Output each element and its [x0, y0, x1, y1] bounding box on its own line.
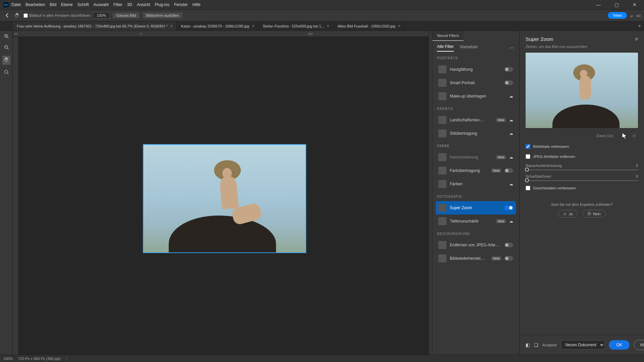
close-tab-icon[interactable]: × [398, 24, 400, 28]
filter-toggle[interactable] [504, 243, 513, 247]
remove-jpeg-checkbox[interactable]: JPEG-Artefakte entfernen [520, 152, 644, 162]
download-icon[interactable]: ☁ [509, 94, 513, 99]
download-icon[interactable]: ☁ [509, 131, 513, 136]
download-icon[interactable]: ☁ [509, 182, 513, 186]
filter-label: Entfernen von JPEG-Arte… [450, 243, 501, 247]
zoom-in-icon[interactable] [4, 34, 9, 40]
share-button[interactable]: Teilen [608, 12, 627, 19]
filter-label: Super Zoom [450, 205, 501, 210]
zoom-out-icon[interactable] [4, 45, 9, 51]
document-tab[interactable]: Stefan Passfoto - 525x699.jpg bei 1...× [259, 22, 333, 31]
menu-ansicht[interactable]: Ansicht [137, 2, 150, 7]
filter-thumb [438, 167, 446, 175]
compare-icon[interactable]: ◧ [526, 342, 530, 348]
filter-harmonization[interactable]: HarmonisierungBeta☁ [436, 150, 516, 164]
menu-fenster[interactable]: Fenster [174, 2, 188, 7]
ok-button[interactable]: OK [609, 340, 629, 350]
zoom-level-field[interactable]: 100% [93, 12, 110, 18]
zoom-tool-button[interactable] [4, 69, 9, 76]
download-icon[interactable]: ☁ [509, 155, 513, 160]
menu-bearbeiten[interactable]: Bearbeiten [25, 2, 45, 7]
filter-color-transfer[interactable]: FarbübertragungBeta [436, 164, 516, 177]
fit-image-button[interactable]: Ganzes Bild [112, 12, 140, 19]
sharpen-slider[interactable]: Scharfzeichnen0 [520, 172, 644, 183]
filter-photo-restoration[interactable]: Bildwiederherstel…Beta [436, 252, 516, 265]
panel-title: Super Zoom [526, 36, 553, 42]
hand-tool-button[interactable] [2, 56, 10, 65]
zoom-out-button[interactable]: ⊖ [631, 132, 638, 139]
enhance-detail-checkbox[interactable]: Bilddetails verbessern [520, 141, 644, 152]
filter-toggle[interactable] [504, 168, 513, 173]
status-zoom[interactable]: 100% [3, 357, 13, 361]
filter-thumb [438, 129, 446, 137]
tab-waitlist[interactable]: Warteliste [460, 45, 478, 51]
status-menu-icon[interactable]: › [66, 357, 67, 361]
collapsed-right-panels[interactable] [429, 31, 432, 355]
enhance-face-checkbox[interactable]: Gesichtsdaten verbessern [520, 183, 644, 193]
document-tab[interactable]: Katze - pixabay 3336579 - 1066x1280.jpg× [177, 22, 259, 31]
filter-super-zoom[interactable]: Super Zoom [436, 201, 516, 215]
menu-bild[interactable]: Bild [50, 2, 56, 7]
scroll-all-windows-checkbox[interactable]: Bildlauf in allen Fenstern durchführen [23, 13, 90, 18]
feedback-yes-button[interactable]: ☺Ja [558, 210, 578, 218]
panel-menu-icon[interactable]: ⋯ [510, 46, 515, 50]
ruler-tick: 600 [308, 32, 313, 36]
horizontal-ruler: 50 0 600 [13, 31, 429, 37]
close-tab-icon[interactable]: × [252, 24, 254, 28]
canvas-stage[interactable] [19, 37, 429, 355]
filter-landscape-mixer[interactable]: Landschaftsmisc…Beta☁ [436, 113, 516, 127]
menu-datei[interactable]: Datei [11, 2, 21, 7]
reset-icon[interactable]: ↺ [635, 37, 638, 42]
beta-badge: Beta [491, 256, 501, 260]
filter-makeup-transfer[interactable]: Make-up übertragen☁ [436, 89, 516, 103]
home-back-button[interactable] [3, 12, 11, 19]
filter-thumb [438, 180, 446, 188]
menu-ebene[interactable]: Ebene [61, 2, 73, 7]
document-tab[interactable]: Frau sehr kleine Auflösung - pixabay 186… [13, 22, 177, 31]
filter-toggle[interactable] [504, 67, 513, 72]
filter-style-transfer[interactable]: Stilübertragung☁ [436, 127, 516, 140]
download-icon[interactable]: ☁ [509, 118, 513, 122]
filter-depth-blur[interactable]: TiefenunschärfeBeta☁ [436, 215, 516, 228]
status-doc-info[interactable]: 720 Px x 480 Px (300 ppi) [18, 357, 61, 361]
menu-plugins[interactable]: Plug-ins [155, 2, 169, 7]
search-icon[interactable]: ⌕ [630, 13, 633, 18]
tabs-overflow-icon[interactable]: » [638, 23, 641, 28]
filter-toggle[interactable] [504, 205, 513, 210]
cancel-button[interactable]: Abbrechen [634, 340, 644, 350]
filter-smart-portrait[interactable]: Smart Portrait [436, 76, 516, 89]
canvas-area: 50 0 600 [13, 31, 429, 355]
close-tab-icon[interactable]: × [170, 24, 172, 28]
tab-all-filters[interactable]: Alle Filter [437, 44, 454, 52]
filter-toggle[interactable] [504, 80, 513, 85]
close-window-button[interactable]: ✕ [629, 2, 641, 7]
filter-thumb [438, 92, 446, 100]
menu-auswahl[interactable]: Auswahl [94, 2, 109, 7]
zoom-preview[interactable] [526, 53, 638, 128]
document-image[interactable] [143, 144, 306, 253]
workspace-icon[interactable]: ▭ [636, 13, 641, 18]
output-select[interactable]: Neues Dokument [561, 340, 605, 350]
filter-jpeg-artifacts[interactable]: Entfernen von JPEG-Arte… [436, 238, 516, 252]
zoom-in-button[interactable]: ⊕ [620, 132, 627, 139]
layers-icon[interactable]: ❏ [534, 342, 538, 348]
filter-colorize[interactable]: Färben☁ [436, 177, 516, 191]
maximize-button[interactable]: ▢ [610, 2, 623, 7]
download-icon[interactable]: ☁ [509, 219, 513, 224]
menu-hilfe[interactable]: Hilfe [193, 2, 201, 7]
close-tab-icon[interactable]: × [327, 24, 329, 28]
document-tab[interactable]: Altes Bild Fussball - 1050x1500.jpg× [334, 22, 405, 31]
frown-icon: ☹ [587, 212, 591, 216]
menu-3d[interactable]: 3D [127, 2, 132, 7]
noise-reduction-slider[interactable]: Rauschunterdrückung0 [520, 162, 644, 172]
button-label: Nein [593, 212, 601, 216]
menu-filter[interactable]: Filter [113, 2, 122, 7]
fill-screen-button[interactable]: Bildschirm ausfüllen [143, 12, 183, 19]
minimize-button[interactable]: ― [592, 2, 604, 7]
panel-tab-neural[interactable]: Neural Filters [432, 31, 464, 41]
options-bar: Bildlauf in allen Fenstern durchführen 1… [0, 9, 644, 21]
feedback-no-button[interactable]: ☹Nein [582, 210, 606, 218]
filter-skin-smoothing[interactable]: Hautglättung [436, 63, 516, 76]
menu-schrift[interactable]: Schrift [77, 2, 89, 7]
filter-toggle[interactable] [504, 256, 513, 261]
